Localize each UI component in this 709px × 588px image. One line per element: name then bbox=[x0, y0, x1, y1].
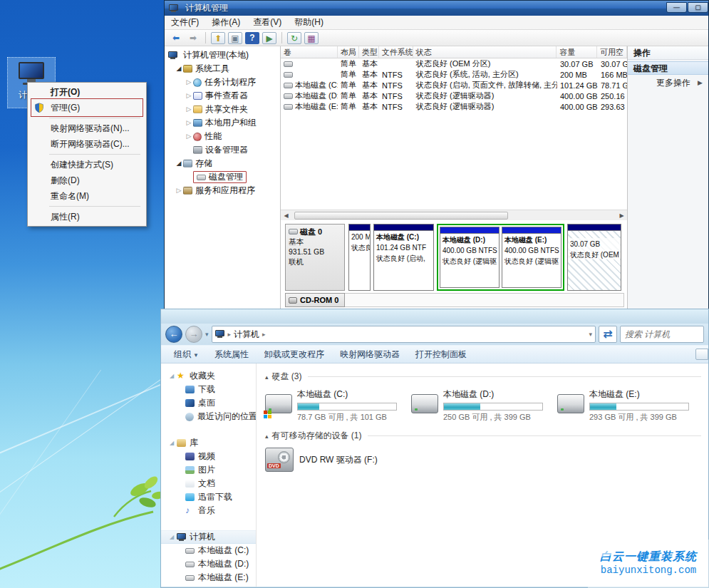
menu-item-delete[interactable]: 删除(D) bbox=[29, 172, 145, 188]
horizontal-scrollbar[interactable]: ◀ ▶ bbox=[281, 210, 627, 220]
volume-row[interactable]: 本地磁盘 (D:) 简单 基本 NTFS 状态良好 (逻辑驱动器) 400.00… bbox=[281, 91, 627, 101]
collapse-arrow-icon[interactable]: ◢ bbox=[167, 369, 177, 383]
menu-view[interactable]: 查看(V) bbox=[247, 16, 288, 29]
actions-disk-management[interactable]: 磁盘管理 bbox=[628, 61, 708, 75]
drive-tile-e[interactable]: 本地磁盘 (E:) 293 GB 可用 , 共 399 GB bbox=[557, 388, 703, 423]
scroll-left-arrow[interactable]: ◀ bbox=[281, 212, 291, 219]
tree-item-event-viewer[interactable]: ▷ 事件查看器 bbox=[165, 89, 280, 103]
sidebar-group-favorites[interactable]: ◢ ★ 收藏夹 bbox=[161, 369, 256, 383]
column-header-free[interactable]: 可用空 bbox=[597, 46, 627, 58]
group-header-removable[interactable]: ▴ 有可移动存储的设备 (1) bbox=[265, 430, 708, 442]
collapsed-arrow-icon[interactable]: ▷ bbox=[175, 184, 183, 197]
tree-item-storage[interactable]: ◢ 存储 bbox=[165, 157, 280, 170]
tree-item-local-users[interactable]: ▷ 本地用户和组 bbox=[165, 116, 280, 130]
sidebar-item-drive-c[interactable]: 本地磁盘 (C:) bbox=[161, 544, 256, 557]
explorer-titlebar[interactable] bbox=[161, 309, 708, 324]
disk0-info[interactable]: 磁盘 0 基本 931.51 GB 联机 bbox=[285, 224, 345, 291]
expanded-arrow-icon[interactable]: ◢ bbox=[175, 157, 183, 170]
back-button[interactable]: ← bbox=[165, 326, 182, 343]
menu-action[interactable]: 操作(A) bbox=[205, 16, 247, 29]
cm-titlebar[interactable]: 计算机管理 — ▢ bbox=[165, 1, 708, 16]
collapsed-arrow-icon[interactable]: ▷ bbox=[185, 89, 193, 103]
back-icon[interactable]: ⬅ bbox=[169, 32, 183, 44]
views-button[interactable] bbox=[695, 349, 708, 360]
scroll-right-arrow[interactable]: ▶ bbox=[616, 212, 627, 219]
volume-row[interactable]: 本地磁盘 (C:) 简单 基本 NTFS 状态良好 (启动, 页面文件, 故障转… bbox=[281, 80, 627, 91]
scrollbar-thumb[interactable] bbox=[294, 212, 508, 220]
menu-item-properties[interactable]: 属性(R) bbox=[29, 209, 145, 225]
sidebar-item-thunder-downloads[interactable]: 迅雷下载 bbox=[161, 490, 256, 504]
volume-row[interactable]: 简单 基本 NTFS 状态良好 (系统, 活动, 主分区) 200 MB 166… bbox=[281, 69, 627, 80]
organize-button[interactable]: 组织▼ bbox=[167, 346, 206, 363]
sidebar-group-computer[interactable]: ◢ 计算机 bbox=[161, 530, 256, 544]
sidebar-item-drive-e[interactable]: 本地磁盘 (E:) bbox=[161, 571, 256, 584]
menu-item-map-drive[interactable]: 映射网络驱动器(N)... bbox=[29, 120, 145, 136]
partition-d[interactable]: 本地磁盘 (D:) 400.00 GB NTFS 状态良好 (逻辑驱 bbox=[440, 227, 500, 288]
breadcrumb-arrow-icon[interactable]: ▸ bbox=[262, 331, 266, 338]
column-header-volume[interactable]: 卷 bbox=[281, 46, 338, 58]
uninstall-button[interactable]: 卸载或更改程序 bbox=[257, 346, 331, 363]
dvd-drive-tile[interactable]: DVD DVD RW 驱动器 (F:) bbox=[265, 448, 708, 472]
group-collapse-icon[interactable]: ▴ bbox=[265, 373, 269, 381]
tree-item-shared-folders[interactable]: ▷ 共享文件夹 bbox=[165, 103, 280, 116]
sidebar-item-pictures[interactable]: 图片 bbox=[161, 463, 256, 477]
collapsed-arrow-icon[interactable]: ▷ bbox=[185, 103, 193, 116]
help-icon[interactable]: ? bbox=[245, 32, 259, 44]
menu-file[interactable]: 文件(F) bbox=[165, 16, 205, 29]
collapsed-arrow-icon[interactable]: ▷ bbox=[185, 130, 193, 143]
expanded-arrow-icon[interactable]: ◢ bbox=[175, 62, 183, 76]
map-drive-button[interactable]: 映射网络驱动器 bbox=[333, 346, 407, 363]
breadcrumb[interactable]: ▸ 计算机 ▸ ▾ bbox=[212, 326, 596, 343]
sidebar-item-recent-places[interactable]: 最近访问的位置 bbox=[161, 410, 256, 423]
partition-e[interactable]: 本地磁盘 (E:) 400.00 GB NTFS 状态良好 (逻辑驱 bbox=[502, 227, 561, 288]
search-input[interactable] bbox=[621, 326, 703, 342]
column-header-capacity[interactable]: 容量 bbox=[557, 46, 597, 58]
sidebar-item-documents[interactable]: 文档 bbox=[161, 477, 256, 490]
sidebar-item-downloads[interactable]: 下载 bbox=[161, 383, 256, 396]
refresh-icon[interactable]: ↻ bbox=[287, 32, 301, 44]
partition-oem[interactable]: 30.07 GB 状态良好 (OEM bbox=[567, 224, 621, 291]
drive-tile-d[interactable]: 本地磁盘 (D:) 250 GB 可用 , 共 399 GB bbox=[411, 388, 557, 423]
partition-c[interactable]: 本地磁盘 (C:) 101.24 GB NTF 状态良好 (启动, bbox=[373, 224, 434, 291]
recent-pages-dropdown-icon[interactable]: ▾ bbox=[205, 331, 209, 338]
tree-item-performance[interactable]: ▷ 性能 bbox=[165, 130, 280, 143]
column-header-layout[interactable]: 布局 bbox=[338, 46, 359, 58]
collapse-arrow-icon[interactable]: ◢ bbox=[167, 436, 177, 450]
drive-tile-c[interactable]: 本地磁盘 (C:) 78.7 GB 可用 , 共 101 GB bbox=[265, 388, 411, 423]
maximize-button[interactable]: ▢ bbox=[688, 2, 708, 13]
sidebar-group-libraries[interactable]: ◢ 库 bbox=[161, 436, 256, 450]
control-panel-button[interactable]: 打开控制面板 bbox=[408, 346, 474, 363]
breadcrumb-computer[interactable]: 计算机 bbox=[234, 329, 259, 341]
column-header-type[interactable]: 类型 bbox=[359, 46, 379, 58]
sidebar-item-drive-d[interactable]: 本地磁盘 (D:) bbox=[161, 557, 256, 571]
volume-row[interactable]: 简单 基本 状态良好 (OEM 分区) 30.07 GB 30.07 G bbox=[281, 58, 627, 69]
search-box[interactable] bbox=[620, 326, 704, 343]
collapsed-arrow-icon[interactable]: ▷ bbox=[185, 116, 193, 130]
menu-item-open[interactable]: 打开(O) bbox=[29, 84, 145, 100]
show-console-tree-icon[interactable]: ▣ bbox=[228, 32, 242, 44]
tree-item-disk-management[interactable]: 磁盘管理 bbox=[165, 170, 280, 184]
disk-console-icon[interactable]: ▦ bbox=[304, 32, 319, 44]
menu-item-create-shortcut[interactable]: 创建快捷方式(S) bbox=[29, 157, 145, 172]
group-collapse-icon[interactable]: ▴ bbox=[265, 433, 269, 440]
sidebar-item-desktop[interactable]: 桌面 bbox=[161, 396, 256, 410]
up-folder-icon[interactable]: ⬆ bbox=[211, 32, 225, 44]
tree-item-system-tools[interactable]: ◢ 系统工具 bbox=[165, 62, 280, 76]
refresh-button[interactable]: ⇄ bbox=[599, 326, 617, 343]
menu-help[interactable]: 帮助(H) bbox=[288, 16, 330, 29]
tree-item-task-scheduler[interactable]: ▷ 任务计划程序 bbox=[165, 76, 280, 89]
partition-system[interactable]: 200 M 状态良 bbox=[348, 224, 371, 291]
group-header-harddisks[interactable]: ▴ 硬盘 (3) bbox=[265, 371, 708, 383]
address-dropdown-icon[interactable]: ▾ bbox=[589, 331, 592, 338]
forward-button[interactable]: → bbox=[185, 326, 202, 343]
menu-item-manage[interactable]: 管理(G) bbox=[29, 100, 145, 115]
sidebar-item-videos[interactable]: 视频 bbox=[161, 450, 256, 463]
forward-icon[interactable]: ➡ bbox=[186, 32, 200, 44]
column-header-status[interactable]: 状态 bbox=[413, 46, 557, 58]
actions-more[interactable]: 更多操作 ▶ bbox=[628, 75, 708, 91]
tree-item-device-manager[interactable]: 设备管理器 bbox=[165, 143, 280, 157]
minimize-button[interactable]: — bbox=[666, 2, 687, 13]
tree-item-root[interactable]: 计算机管理(本地) bbox=[165, 48, 280, 62]
menu-item-rename[interactable]: 重命名(M) bbox=[29, 188, 145, 204]
volume-row[interactable]: 本地磁盘 (E:) 简单 基本 NTFS 状态良好 (逻辑驱动器) 400.00… bbox=[281, 101, 627, 112]
